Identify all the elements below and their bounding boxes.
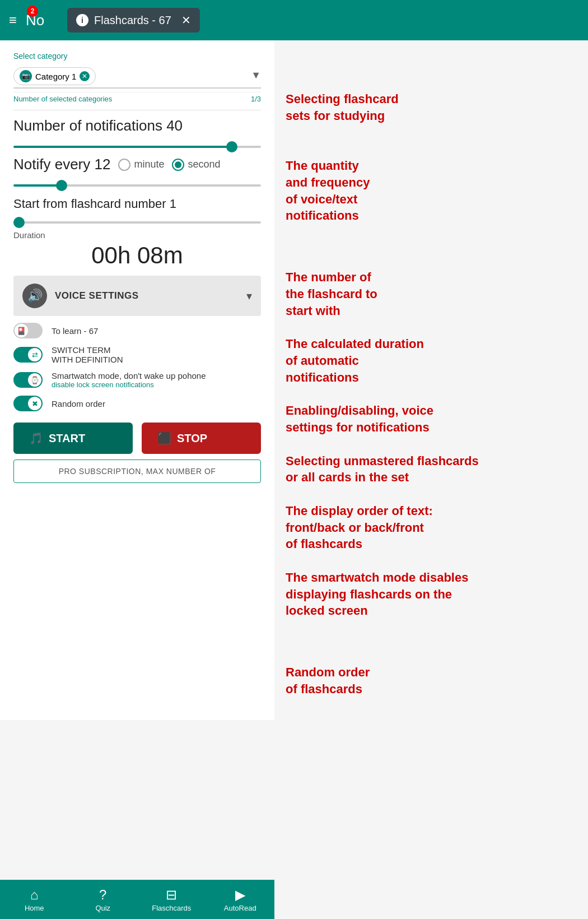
voice-settings-label: VOICE SETTINGS [55,290,239,301]
nav-quiz-label: Quiz [95,904,110,912]
to-learn-label: To learn - 67 [52,326,98,336]
flashcards-nav-icon: ⊟ [166,887,177,903]
minute-radio[interactable]: minute [118,159,164,171]
start-from-label: Start from flashcard number 1 [13,197,261,211]
annotations-container: Selecting flashcardsets for studying The… [286,46,577,698]
duration-value: 00h 08m [13,242,261,269]
start-icon: 🎵 [29,431,43,445]
action-buttons: 🎵 START ⬛ STOP [13,423,261,454]
notification-badge: 2 [27,6,38,17]
annotation-7: The display order of text:front/back or … [286,503,577,553]
watch-icon: ⌚ [30,376,39,384]
minute-radio-btn[interactable] [118,159,130,171]
start-label: START [49,432,85,445]
info-icon: i [76,14,88,26]
annotation-6: Selecting unmastered flashcardsor all ca… [286,453,577,486]
annotation-2: The quantityand frequencyof voice/textno… [286,157,577,224]
annotation-9: Random orderof flashcards [286,664,577,697]
smartwatch-toggle[interactable]: ⌚ [13,372,43,388]
random-order-label: Random order [52,399,105,409]
notify-every-slider[interactable] [13,184,261,187]
switch-icon: ⇄ [32,351,38,359]
notify-every-row: Notify every 12 minute second [13,156,261,173]
autoread-icon: ▶ [235,887,245,903]
select-category-label: Select category [13,52,261,61]
smartwatch-label: Smartwatch mode, don't wake up pohone [52,371,206,380]
quiz-icon: ? [99,887,106,903]
pro-banner: PRO SUBSCRIPTION, MAX NUMBER OF [13,460,261,483]
nav-autoread-label: AutoRead [224,904,256,912]
selected-categories-row: Number of selected categories 1/3 [13,92,261,103]
annotation-5: Enabling/disabling, voicesettings for no… [286,402,577,435]
menu-icon[interactable]: ≡ [9,12,17,28]
duration-label: Duration [13,230,261,240]
speaker-icon: 🔊 [22,284,47,308]
nav-home-label: Home [25,904,44,912]
nav-flashcards-label: Flaschcards [152,904,191,912]
start-from-slider[interactable] [13,221,261,224]
category-dropdown[interactable]: 📷 Category 1 ✕ ▼ [13,63,261,89]
selected-categories-label: Number of selected categories [13,95,112,103]
switch-term-toggle[interactable]: ⇄ [13,347,43,363]
random-order-toggle-row: ✖ Random order [13,396,261,411]
switch-term-label: SWITCH TERMWITH DEFINITION [52,345,123,364]
notify-every-label: Notify every 12 [13,156,110,173]
expand-icon: ▾ [246,289,252,303]
random-order-toggle[interactable]: ✖ [13,396,43,411]
random-icon: ✖ [32,400,38,408]
bottom-nav: ⌂ Home ? Quiz ⊟ Flaschcards ▶ AutoRead [0,880,274,919]
to-learn-toggle[interactable]: 🎴 [13,323,43,338]
second-radio-inner [175,161,181,168]
second-label: second [188,159,220,170]
smartwatch-sublabel[interactable]: disable lock screen notifications [52,380,206,389]
category-chip-close-icon[interactable]: ✕ [80,71,90,81]
notifications-slider[interactable] [13,146,261,148]
annotation-8: The smartwatch mode disablesdisplaying f… [286,569,577,619]
selected-categories-count: 1/3 [251,95,261,103]
category-chip: 📷 Category 1 ✕ [13,67,96,85]
dropdown-arrow-icon: ▼ [251,69,261,81]
annotation-3: The number ofthe flashcard tostart with [286,269,577,319]
smartwatch-label-col: Smartwatch mode, don't wake up pohone di… [52,371,206,389]
notifications-number-label: Number of notifications 40 [13,117,261,134]
start-button[interactable]: 🎵 START [13,423,133,454]
smartwatch-toggle-row: ⌚ Smartwatch mode, don't wake up pohone … [13,371,261,389]
stop-label: STOP [177,432,207,445]
nav-quiz[interactable]: ? Quiz [69,883,138,917]
annotation-4: The calculated durationof automaticnotif… [286,336,577,386]
divider-1 [13,110,261,110]
voice-settings-row[interactable]: 🔊 VOICE SETTINGS ▾ [13,276,261,316]
nav-home[interactable]: ⌂ Home [0,883,69,917]
app-header: ≡ No 2 i Flashcards - 67 ✕ [0,0,588,40]
to-learn-toggle-row: 🎴 To learn - 67 [13,323,261,338]
switch-term-knob: ⇄ [28,348,41,361]
category-chip-label: Category 1 [35,72,76,81]
tooltip-label: Flashcards - 67 [94,14,171,27]
flashcard-icon: 🎴 [17,327,26,335]
left-panel: Select category 📷 Category 1 ✕ ▼ Number … [0,40,274,720]
tooltip-close-icon[interactable]: ✕ [181,13,191,27]
stop-button[interactable]: ⬛ STOP [142,423,261,454]
right-panel: Selecting flashcardsets for studying The… [274,40,588,720]
to-learn-knob: 🎴 [15,324,28,337]
nav-autoread[interactable]: ▶ AutoRead [206,883,275,917]
second-radio-btn[interactable] [172,159,184,171]
smartwatch-knob: ⌚ [28,373,41,387]
main-content: Select category 📷 Category 1 ✕ ▼ Number … [0,40,588,720]
switch-term-toggle-row: ⇄ SWITCH TERMWITH DEFINITION [13,345,261,364]
stop-icon: ⬛ [157,431,171,445]
random-order-knob: ✖ [28,397,41,410]
minute-label: minute [134,159,164,170]
category-icon: 📷 [20,70,32,82]
home-icon: ⌂ [30,887,39,903]
second-radio[interactable]: second [172,159,220,171]
flashcard-tooltip: i Flashcards - 67 ✕ [67,8,200,33]
nav-flashcards[interactable]: ⊟ Flaschcards [137,883,206,917]
annotation-1: Selecting flashcardsets for studying [286,91,577,124]
